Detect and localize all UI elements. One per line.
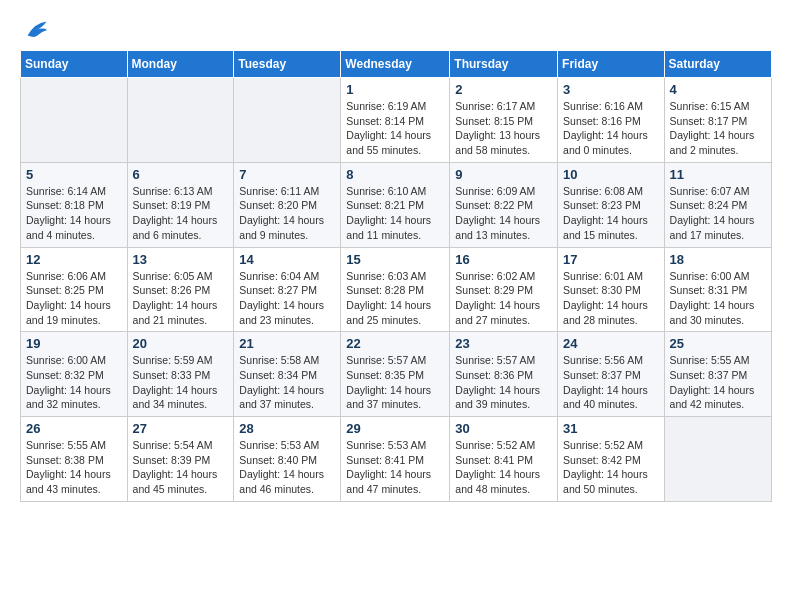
calendar-cell: 23Sunrise: 5:57 AMSunset: 8:36 PMDayligh… — [450, 332, 558, 417]
week-row-1: 1Sunrise: 6:19 AMSunset: 8:14 PMDaylight… — [21, 78, 772, 163]
day-info: Sunrise: 6:14 AMSunset: 8:18 PMDaylight:… — [26, 184, 122, 243]
day-number: 16 — [455, 252, 552, 267]
calendar-cell: 31Sunrise: 5:52 AMSunset: 8:42 PMDayligh… — [558, 417, 665, 502]
calendar-cell: 9Sunrise: 6:09 AMSunset: 8:22 PMDaylight… — [450, 162, 558, 247]
day-info: Sunrise: 6:16 AMSunset: 8:16 PMDaylight:… — [563, 99, 659, 158]
day-number: 17 — [563, 252, 659, 267]
day-info: Sunrise: 5:52 AMSunset: 8:41 PMDaylight:… — [455, 438, 552, 497]
weekday-header-sunday: Sunday — [21, 51, 128, 78]
calendar-cell: 7Sunrise: 6:11 AMSunset: 8:20 PMDaylight… — [234, 162, 341, 247]
calendar-cell: 1Sunrise: 6:19 AMSunset: 8:14 PMDaylight… — [341, 78, 450, 163]
calendar-cell: 22Sunrise: 5:57 AMSunset: 8:35 PMDayligh… — [341, 332, 450, 417]
logo — [20, 16, 50, 44]
day-number: 28 — [239, 421, 335, 436]
day-number: 22 — [346, 336, 444, 351]
day-info: Sunrise: 5:56 AMSunset: 8:37 PMDaylight:… — [563, 353, 659, 412]
weekday-header-wednesday: Wednesday — [341, 51, 450, 78]
day-number: 8 — [346, 167, 444, 182]
day-info: Sunrise: 6:03 AMSunset: 8:28 PMDaylight:… — [346, 269, 444, 328]
day-number: 23 — [455, 336, 552, 351]
day-number: 3 — [563, 82, 659, 97]
calendar-cell: 19Sunrise: 6:00 AMSunset: 8:32 PMDayligh… — [21, 332, 128, 417]
week-row-3: 12Sunrise: 6:06 AMSunset: 8:25 PMDayligh… — [21, 247, 772, 332]
day-info: Sunrise: 6:17 AMSunset: 8:15 PMDaylight:… — [455, 99, 552, 158]
weekday-header-thursday: Thursday — [450, 51, 558, 78]
day-info: Sunrise: 6:00 AMSunset: 8:31 PMDaylight:… — [670, 269, 766, 328]
day-number: 29 — [346, 421, 444, 436]
week-row-2: 5Sunrise: 6:14 AMSunset: 8:18 PMDaylight… — [21, 162, 772, 247]
day-number: 19 — [26, 336, 122, 351]
day-info: Sunrise: 6:05 AMSunset: 8:26 PMDaylight:… — [133, 269, 229, 328]
day-info: Sunrise: 6:06 AMSunset: 8:25 PMDaylight:… — [26, 269, 122, 328]
week-row-5: 26Sunrise: 5:55 AMSunset: 8:38 PMDayligh… — [21, 417, 772, 502]
calendar-cell: 3Sunrise: 6:16 AMSunset: 8:16 PMDaylight… — [558, 78, 665, 163]
calendar-cell: 17Sunrise: 6:01 AMSunset: 8:30 PMDayligh… — [558, 247, 665, 332]
day-number: 21 — [239, 336, 335, 351]
day-info: Sunrise: 5:52 AMSunset: 8:42 PMDaylight:… — [563, 438, 659, 497]
calendar-cell: 25Sunrise: 5:55 AMSunset: 8:37 PMDayligh… — [664, 332, 771, 417]
calendar-cell: 5Sunrise: 6:14 AMSunset: 8:18 PMDaylight… — [21, 162, 128, 247]
calendar-cell: 28Sunrise: 5:53 AMSunset: 8:40 PMDayligh… — [234, 417, 341, 502]
weekday-header-saturday: Saturday — [664, 51, 771, 78]
calendar-cell: 29Sunrise: 5:53 AMSunset: 8:41 PMDayligh… — [341, 417, 450, 502]
day-number: 14 — [239, 252, 335, 267]
day-number: 15 — [346, 252, 444, 267]
day-number: 24 — [563, 336, 659, 351]
day-number: 1 — [346, 82, 444, 97]
day-info: Sunrise: 6:00 AMSunset: 8:32 PMDaylight:… — [26, 353, 122, 412]
day-info: Sunrise: 5:55 AMSunset: 8:38 PMDaylight:… — [26, 438, 122, 497]
calendar-cell: 6Sunrise: 6:13 AMSunset: 8:19 PMDaylight… — [127, 162, 234, 247]
calendar-cell: 16Sunrise: 6:02 AMSunset: 8:29 PMDayligh… — [450, 247, 558, 332]
day-number: 10 — [563, 167, 659, 182]
day-number: 6 — [133, 167, 229, 182]
day-number: 25 — [670, 336, 766, 351]
day-info: Sunrise: 5:59 AMSunset: 8:33 PMDaylight:… — [133, 353, 229, 412]
day-number: 12 — [26, 252, 122, 267]
day-info: Sunrise: 5:53 AMSunset: 8:40 PMDaylight:… — [239, 438, 335, 497]
calendar-cell — [21, 78, 128, 163]
day-info: Sunrise: 5:55 AMSunset: 8:37 PMDaylight:… — [670, 353, 766, 412]
weekday-header-row: SundayMondayTuesdayWednesdayThursdayFrid… — [21, 51, 772, 78]
day-number: 31 — [563, 421, 659, 436]
header-area — [20, 16, 772, 44]
calendar-cell: 11Sunrise: 6:07 AMSunset: 8:24 PMDayligh… — [664, 162, 771, 247]
calendar-cell: 13Sunrise: 6:05 AMSunset: 8:26 PMDayligh… — [127, 247, 234, 332]
day-number: 9 — [455, 167, 552, 182]
day-number: 26 — [26, 421, 122, 436]
day-info: Sunrise: 6:02 AMSunset: 8:29 PMDaylight:… — [455, 269, 552, 328]
weekday-header-tuesday: Tuesday — [234, 51, 341, 78]
day-info: Sunrise: 6:10 AMSunset: 8:21 PMDaylight:… — [346, 184, 444, 243]
calendar-cell: 26Sunrise: 5:55 AMSunset: 8:38 PMDayligh… — [21, 417, 128, 502]
day-number: 2 — [455, 82, 552, 97]
calendar-cell — [127, 78, 234, 163]
day-info: Sunrise: 5:53 AMSunset: 8:41 PMDaylight:… — [346, 438, 444, 497]
calendar-cell: 8Sunrise: 6:10 AMSunset: 8:21 PMDaylight… — [341, 162, 450, 247]
calendar-cell: 18Sunrise: 6:00 AMSunset: 8:31 PMDayligh… — [664, 247, 771, 332]
calendar-table: SundayMondayTuesdayWednesdayThursdayFrid… — [20, 50, 772, 502]
day-number: 13 — [133, 252, 229, 267]
calendar-cell: 30Sunrise: 5:52 AMSunset: 8:41 PMDayligh… — [450, 417, 558, 502]
day-info: Sunrise: 6:15 AMSunset: 8:17 PMDaylight:… — [670, 99, 766, 158]
day-info: Sunrise: 6:09 AMSunset: 8:22 PMDaylight:… — [455, 184, 552, 243]
calendar-cell: 20Sunrise: 5:59 AMSunset: 8:33 PMDayligh… — [127, 332, 234, 417]
calendar-cell: 4Sunrise: 6:15 AMSunset: 8:17 PMDaylight… — [664, 78, 771, 163]
day-info: Sunrise: 5:54 AMSunset: 8:39 PMDaylight:… — [133, 438, 229, 497]
calendar-cell: 24Sunrise: 5:56 AMSunset: 8:37 PMDayligh… — [558, 332, 665, 417]
day-number: 7 — [239, 167, 335, 182]
day-number: 20 — [133, 336, 229, 351]
weekday-header-monday: Monday — [127, 51, 234, 78]
calendar-cell: 2Sunrise: 6:17 AMSunset: 8:15 PMDaylight… — [450, 78, 558, 163]
calendar-cell — [664, 417, 771, 502]
day-info: Sunrise: 5:57 AMSunset: 8:35 PMDaylight:… — [346, 353, 444, 412]
week-row-4: 19Sunrise: 6:00 AMSunset: 8:32 PMDayligh… — [21, 332, 772, 417]
day-number: 27 — [133, 421, 229, 436]
calendar-cell: 12Sunrise: 6:06 AMSunset: 8:25 PMDayligh… — [21, 247, 128, 332]
day-number: 11 — [670, 167, 766, 182]
calendar-cell: 21Sunrise: 5:58 AMSunset: 8:34 PMDayligh… — [234, 332, 341, 417]
day-number: 18 — [670, 252, 766, 267]
calendar-cell: 10Sunrise: 6:08 AMSunset: 8:23 PMDayligh… — [558, 162, 665, 247]
day-info: Sunrise: 6:01 AMSunset: 8:30 PMDaylight:… — [563, 269, 659, 328]
calendar-cell: 14Sunrise: 6:04 AMSunset: 8:27 PMDayligh… — [234, 247, 341, 332]
day-info: Sunrise: 6:07 AMSunset: 8:24 PMDaylight:… — [670, 184, 766, 243]
day-number: 4 — [670, 82, 766, 97]
